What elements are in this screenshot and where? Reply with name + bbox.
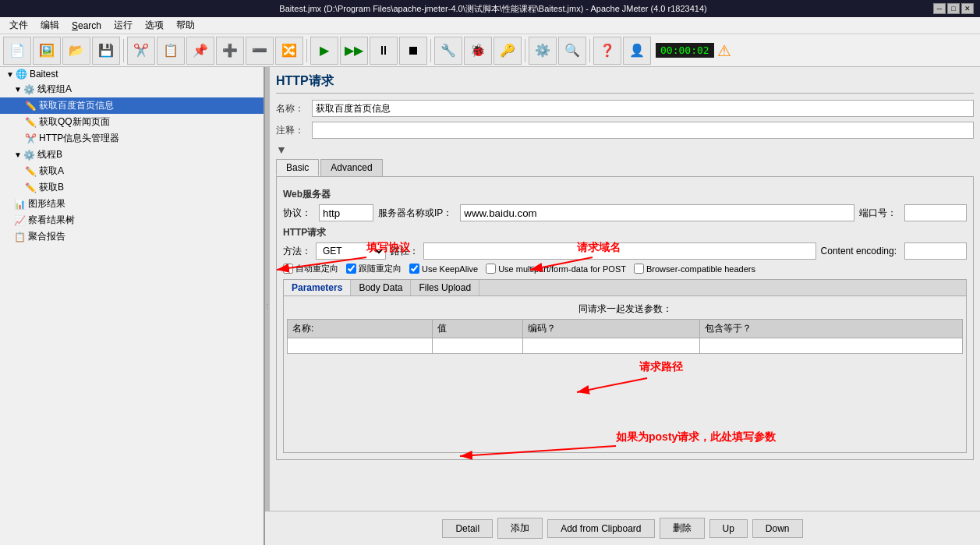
col-include: 包含等于？ [699, 320, 962, 338]
close-button[interactable]: ✕ [961, 3, 974, 14]
http-req-row: 方法： GET POST PUT DELETE 路径： Content enco… [283, 242, 967, 260]
server-label: 服务器名称或IP： [378, 207, 452, 220]
minimize-button[interactable]: ─ [933, 3, 946, 14]
menu-help[interactable]: 帮助 [170, 17, 201, 34]
menu-options[interactable]: 选项 [139, 17, 170, 34]
cell-include [699, 338, 962, 354]
add-button[interactable]: 添加 [497, 518, 543, 539]
protocol-label: 协议： [283, 207, 311, 220]
checkbox-multipart[interactable]: Use multipart/form-data for POST [486, 264, 626, 274]
toolbar-templates[interactable]: 🖼️ [33, 37, 61, 65]
delete-button[interactable]: 删除 [660, 518, 705, 539]
up-button[interactable]: Up [709, 519, 748, 538]
tree-item-fetch-a[interactable]: ✏️ 获取A [0, 163, 264, 179]
inner-tab-body-data[interactable]: Body Data [351, 280, 411, 296]
toolbar-save[interactable]: 💾 [92, 37, 120, 65]
menu-run[interactable]: 运行 [108, 17, 139, 34]
collapse-baitest[interactable]: ▼ [6, 70, 14, 79]
tab-content: Web服务器 协议： 服务器名称或IP： 端口号： HTTP请求 方法： GET… [276, 176, 974, 460]
toolbar-help[interactable]: ❓ [593, 37, 621, 65]
comment-input[interactable] [312, 122, 974, 139]
encoding-input[interactable] [904, 242, 967, 260]
toolbar-collapse[interactable]: ➖ [246, 37, 274, 65]
down-button[interactable]: Down [752, 519, 803, 538]
right-panel: HTTP请求 名称： 注释： ▼ Basic Advanced Web服务器 协… [270, 67, 980, 545]
add-from-clipboard-button[interactable]: Add from Clipboard [547, 519, 654, 538]
toolbar-open[interactable]: 📂 [62, 37, 90, 65]
expand-indicator[interactable]: ▼ [276, 143, 974, 156]
toolbar-clear-all[interactable]: 🔍 [558, 37, 586, 65]
collapse-thread-b[interactable]: ▼ [14, 150, 22, 159]
multipart-checkbox[interactable] [486, 264, 496, 274]
toolbar-remote-shutdown[interactable]: 🔑 [494, 37, 522, 65]
params-area: 同请求一起发送参数： 名称: 值 编码？ 包含等于？ [284, 296, 966, 452]
name-input[interactable] [312, 100, 974, 117]
port-label: 端口号： [859, 207, 897, 220]
auto-redirect-checkbox[interactable] [283, 264, 293, 274]
method-select[interactable]: GET POST PUT DELETE [316, 242, 386, 260]
tree-label-thread-a: 线程组A [37, 83, 72, 96]
browser-compat-checkbox[interactable] [634, 264, 644, 274]
toolbar-expand[interactable]: ➕ [216, 37, 244, 65]
main-layout: ▼ 🌐 Baitest ▼ ⚙️ 线程组A ✏️ 获取百度首页信息 ✏️ 获取Q… [0, 67, 980, 545]
checkbox-auto-redirect[interactable]: 自动重定向 [283, 263, 338, 274]
server-input[interactable] [460, 204, 854, 221]
toolbar-play-no-pause[interactable]: ▶▶ [340, 37, 368, 65]
warning-icon: ⚠ [717, 41, 731, 60]
protocol-input[interactable] [319, 204, 373, 221]
collapse-thread-a[interactable]: ▼ [14, 85, 22, 94]
tab-basic[interactable]: Basic [276, 159, 319, 176]
name-row: 名称： [276, 100, 974, 117]
params-table: 名称: 值 编码？ 包含等于？ [287, 319, 963, 354]
keepalive-checkbox[interactable] [409, 264, 419, 274]
tree-item-aggregate[interactable]: 📋 聚合报告 [0, 228, 264, 245]
toolbar-play[interactable]: ▶ [310, 37, 338, 65]
tree-item-fetch-b[interactable]: ✏️ 获取B [0, 179, 264, 196]
tree-item-fetch-qq[interactable]: ✏️ 获取QQ新闻页面 [0, 114, 264, 130]
tree-label-thread-b: 线程B [37, 148, 62, 161]
inner-tab-parameters[interactable]: Parameters [284, 280, 351, 296]
toolbar-toggle[interactable]: 🔀 [275, 37, 303, 65]
follow-redirect-checkbox[interactable] [346, 264, 356, 274]
menu-edit[interactable]: 编辑 [34, 17, 65, 34]
keepalive-label: Use KeepAlive [422, 264, 478, 274]
menu-file[interactable]: 文件 [3, 17, 34, 34]
maximize-button[interactable]: □ [947, 3, 960, 14]
checkbox-follow-redirect[interactable]: 跟随重定向 [346, 263, 402, 274]
col-name: 名称: [288, 320, 433, 338]
menu-bar: 文件 编辑 Search 运行 选项 帮助 [0, 17, 980, 34]
inner-tab-files-upload[interactable]: Files Upload [411, 280, 479, 296]
menu-search[interactable]: Search [65, 19, 108, 33]
tree-item-http-header[interactable]: ✂️ HTTP信息头管理器 [0, 130, 264, 147]
col-encode: 编码？ [523, 320, 700, 338]
detail-button[interactable]: Detail [442, 519, 493, 538]
tree-item-result-tree[interactable]: 📈 察看结果树 [0, 212, 264, 228]
multipart-label: Use multipart/form-data for POST [498, 264, 626, 274]
toolbar-stop-now[interactable]: ⏹ [399, 37, 427, 65]
tree-item-graph[interactable]: 📊 图形结果 [0, 196, 264, 212]
toolbar-user[interactable]: 👤 [623, 37, 651, 65]
toolbar-remote-stop[interactable]: 🐞 [464, 37, 492, 65]
toolbar-paste[interactable]: 📌 [186, 37, 214, 65]
tree-label-baitest: Baitest [30, 69, 58, 80]
tree-item-baitest[interactable]: ▼ 🌐 Baitest [0, 67, 264, 81]
toolbar-remote-start[interactable]: 🔧 [434, 37, 462, 65]
path-label: 路径： [391, 245, 419, 258]
toolbar-stop[interactable]: ⏸ [370, 37, 398, 65]
checkbox-keepalive[interactable]: Use KeepAlive [409, 264, 478, 274]
toolbar-new[interactable]: 📄 [3, 37, 31, 65]
checkbox-browser-compatible[interactable]: Browser-compatible headers [634, 264, 755, 274]
window-controls[interactable]: ─ □ ✕ [933, 3, 974, 14]
tree-item-fetch-baidu[interactable]: ✏️ 获取百度首页信息 [0, 97, 264, 114]
toolbar-clear[interactable]: ⚙️ [529, 37, 557, 65]
tree-item-thread-group-b[interactable]: ▼ ⚙️ 线程B [0, 147, 264, 163]
toolbar-copy[interactable]: 📋 [157, 37, 185, 65]
tab-advanced[interactable]: Advanced [320, 159, 382, 176]
tree-item-thread-group-a[interactable]: ▼ ⚙️ 线程组A [0, 81, 264, 97]
cell-name [288, 338, 433, 354]
http-request-label: HTTP请求 [283, 226, 967, 239]
port-input[interactable] [904, 204, 967, 221]
path-input[interactable] [423, 242, 816, 260]
cell-value [433, 338, 523, 354]
toolbar-cut[interactable]: ✂️ [127, 37, 155, 65]
